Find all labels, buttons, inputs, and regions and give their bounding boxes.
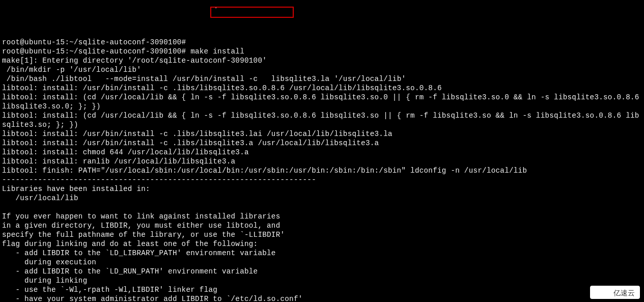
terminal-line: - add LIBDIR to the `LD_RUN_PATH' enviro… — [2, 267, 258, 276]
terminal-line: libtool: install: chmod 644 /usr/local/l… — [2, 148, 249, 156]
terminal-line: during linking — [2, 277, 87, 285]
terminal-line: during execution — [2, 258, 96, 266]
watermark-badge: 亿速云 — [590, 286, 640, 299]
terminal-line: /usr/local/lib — [2, 194, 78, 202]
terminal-line: If you ever happen to want to link again… — [2, 212, 280, 221]
cloud-icon — [595, 288, 610, 298]
terminal-line: libtool: install: /usr/bin/install -c .l… — [2, 130, 393, 138]
terminal-command-line: root@ubuntu-15:~/sqlite-autoconf-3090100… — [2, 47, 244, 56]
terminal-line: in a given directory, LIBDIR, you must e… — [2, 222, 280, 230]
terminal-line: flag during linking and do at least one … — [2, 240, 258, 248]
terminal-prompt: root@ubuntu-15:~/sqlite-autoconf-3090100… — [2, 38, 186, 46]
terminal-cursor: . — [214, 2, 218, 11]
terminal-line: libtool: install: ranlib /usr/local/lib/… — [2, 157, 235, 166]
terminal-line: Libraries have been installed in: — [2, 185, 150, 193]
terminal-line: /bin/mkdir -p '/usr/local/lib' — [2, 66, 141, 74]
terminal-line: libtool: install: /usr/bin/install -c .l… — [2, 139, 379, 147]
terminal-line: libtool: install: /usr/bin/install -c .l… — [2, 84, 442, 92]
terminal-line: specify the full pathname of the library… — [2, 231, 285, 239]
terminal-line: ----------------------------------------… — [2, 176, 316, 184]
watermark-text: 亿速云 — [613, 288, 635, 297]
terminal-line: make[1]: Entering directory '/root/sqlit… — [2, 57, 267, 65]
terminal-line: - add LIBDIR to the `LD_LIBRARY_PATH' en… — [2, 249, 276, 257]
terminal-output[interactable]: root@ubuntu-15:~/sqlite-autoconf-3090100… — [2, 38, 642, 302]
terminal-line: libtool: finish: PATH="/usr/local/sbin:/… — [2, 167, 527, 175]
command-highlight-box — [210, 7, 294, 18]
terminal-line: libtool: install: (cd /usr/local/lib && … — [2, 93, 643, 111]
terminal-line: /bin/bash ./libtool --mode=install /usr/… — [2, 75, 406, 83]
terminal-line: libtool: install: (cd /usr/local/lib && … — [2, 112, 639, 129]
terminal-line: - have your system administrator add LIB… — [2, 295, 303, 302]
terminal-line: - use the `-Wl,-rpath -Wl,LIBDIR' linker… — [2, 286, 217, 294]
